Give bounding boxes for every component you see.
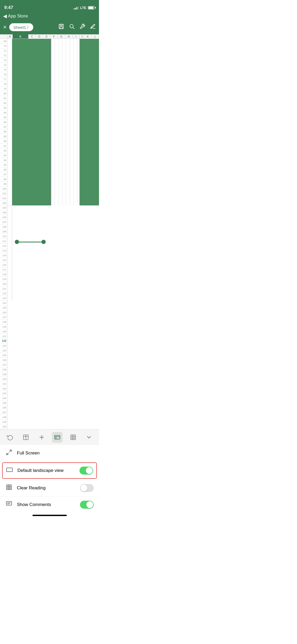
bottom-toolbar <box>0 429 99 445</box>
comments-icon <box>5 501 13 508</box>
main-toolbar: × Sheet1 <box>0 21 99 34</box>
landscape-icon <box>6 467 13 474</box>
sheet-tab-arrow-icon <box>27 25 29 30</box>
show-comments-toggle[interactable] <box>80 501 94 509</box>
default-landscape-row[interactable]: Default landscape view <box>2 462 97 479</box>
format-icon[interactable] <box>90 24 96 31</box>
full-screen-row[interactable]: Full Screen <box>0 445 99 461</box>
svg-rect-21 <box>7 468 12 472</box>
column-headers: A B C D E F G H I J K L <box>0 34 99 39</box>
svg-rect-14 <box>71 435 76 440</box>
close-button[interactable]: × <box>3 24 7 31</box>
col-header-f[interactable]: F <box>50 34 58 39</box>
col-header-b[interactable]: B <box>13 34 29 39</box>
full-screen-label: Full Screen <box>17 450 94 456</box>
back-bar[interactable]: ◀ App Store <box>0 13 99 21</box>
signal-icon <box>74 6 78 10</box>
spreadsheet-area: A B C D E F G H I J K L 6970717273747576… <box>0 34 99 429</box>
toggle-knob <box>86 467 93 474</box>
network-label: LTE <box>80 6 86 10</box>
clear-reading-icon <box>5 484 13 492</box>
svg-line-4 <box>73 27 74 29</box>
svg-rect-11 <box>55 435 60 439</box>
slider-thumb-left[interactable] <box>15 240 19 244</box>
home-indicator <box>0 511 99 520</box>
sheet-tab[interactable]: Sheet1 <box>9 23 34 31</box>
col-header-l[interactable]: L <box>92 34 99 39</box>
sheet-name: Sheet1 <box>13 25 26 30</box>
col-header-a[interactable]: A <box>7 34 13 39</box>
svg-line-20 <box>7 453 8 455</box>
toggle-knob-3 <box>86 501 93 508</box>
col-header-i[interactable]: I <box>73 34 80 39</box>
svg-rect-2 <box>60 27 62 29</box>
more-button[interactable] <box>84 432 94 443</box>
view-options-panel: Full Screen Default landscape view Clear… <box>0 445 99 511</box>
view-button[interactable] <box>52 432 63 443</box>
status-time: 9:47 <box>4 5 13 10</box>
show-comments-row[interactable]: Show Comments <box>0 496 99 511</box>
middle-cols <box>51 39 80 205</box>
toolbar-icons <box>58 24 96 31</box>
svg-rect-27 <box>6 502 12 505</box>
col-header-h[interactable]: H <box>65 34 73 39</box>
show-comments-label: Show Comments <box>17 502 76 507</box>
clear-reading-row[interactable]: Clear Reading <box>0 480 99 496</box>
grid-body: 6970717273747576777879808182838485868788… <box>0 39 99 429</box>
svg-line-19 <box>10 450 11 452</box>
clear-reading-label: Clear Reading <box>17 485 76 491</box>
toggle-knob-2 <box>81 485 87 491</box>
green-block-k <box>80 39 99 205</box>
save-icon[interactable] <box>58 24 64 31</box>
svg-rect-1 <box>60 24 62 26</box>
green-block-b <box>12 39 51 205</box>
svg-rect-22 <box>7 485 11 490</box>
wrench-icon[interactable] <box>79 24 85 31</box>
default-landscape-label: Default landscape view <box>17 468 75 473</box>
slider-thumb-right[interactable] <box>41 240 46 244</box>
back-label: App Store <box>8 13 28 19</box>
home-bar <box>32 515 67 516</box>
row-numbers: 6970717273747576777879808182838485868788… <box>0 39 7 429</box>
default-landscape-toggle[interactable] <box>79 467 93 475</box>
green-block-row <box>7 39 99 205</box>
col-header-j[interactable]: J <box>80 34 84 39</box>
status-right: LTE <box>74 6 95 10</box>
battery-icon <box>88 6 95 10</box>
search-icon[interactable] <box>69 24 75 31</box>
col-header-e[interactable]: E <box>43 34 50 39</box>
status-bar: 9:47 LTE <box>0 0 99 13</box>
grid-columns <box>7 39 99 429</box>
clear-reading-toggle[interactable] <box>80 484 94 492</box>
range-slider[interactable] <box>15 240 46 244</box>
gridlines-button[interactable] <box>68 432 78 443</box>
undo-button[interactable] <box>5 432 15 443</box>
col-header-g[interactable]: G <box>58 34 65 39</box>
col-header-d[interactable]: D <box>36 34 43 39</box>
back-chevron-icon: ◀ <box>3 13 7 19</box>
table-button[interactable] <box>21 432 31 443</box>
row-num-header <box>0 34 7 39</box>
col-header-c[interactable]: C <box>29 34 36 39</box>
add-button[interactable] <box>36 432 47 443</box>
fullscreen-icon <box>5 449 13 457</box>
slider-track[interactable] <box>19 242 41 242</box>
col-header-k[interactable]: K <box>84 34 92 39</box>
white-rows-area <box>7 205 99 301</box>
